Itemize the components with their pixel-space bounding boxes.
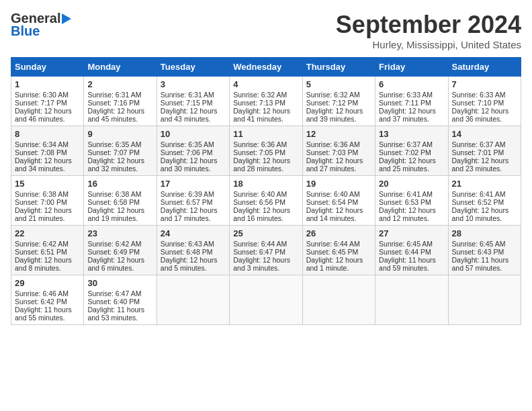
day-number: 13 (379, 129, 444, 139)
calendar-week-1: 1Sunrise: 6:30 AMSunset: 7:17 PMDaylight… (11, 77, 521, 126)
calendar-week-3: 15Sunrise: 6:38 AMSunset: 7:00 PMDayligh… (11, 176, 521, 226)
day-number: 25 (233, 228, 298, 238)
day-number: 17 (161, 179, 226, 189)
day-number: 5 (306, 79, 371, 89)
day-info: Sunrise: 6:31 AM (87, 91, 152, 99)
day-info: Sunset: 7:06 PM (161, 148, 226, 156)
calendar-cell: 4Sunrise: 6:32 AMSunset: 7:13 PMDaylight… (230, 77, 302, 126)
day-info: Daylight: 12 hours and 25 minutes. (379, 156, 444, 173)
day-info: Sunset: 6:51 PM (15, 248, 80, 256)
day-info: Daylight: 12 hours and 17 minutes. (161, 206, 226, 222)
day-number: 3 (161, 79, 226, 89)
day-info: Sunrise: 6:39 AM (161, 190, 226, 198)
day-number: 22 (15, 228, 80, 238)
day-number: 29 (15, 278, 80, 288)
calendar-cell (375, 275, 448, 325)
day-info: Sunrise: 6:37 AM (379, 140, 444, 148)
day-info: Sunrise: 6:45 AM (379, 240, 444, 248)
day-info: Sunset: 7:08 PM (15, 148, 80, 156)
calendar-cell: 8Sunrise: 6:34 AMSunset: 7:08 PMDaylight… (11, 126, 84, 176)
calendar-cell (230, 275, 302, 325)
day-number: 18 (233, 179, 298, 189)
day-info: Daylight: 12 hours and 41 minutes. (233, 107, 298, 123)
calendar-cell: 29Sunrise: 6:46 AMSunset: 6:42 PMDayligh… (11, 275, 84, 325)
day-info: Sunrise: 6:45 AM (452, 240, 517, 248)
day-info: Sunset: 7:00 PM (15, 198, 80, 206)
calendar-cell: 17Sunrise: 6:39 AMSunset: 6:57 PMDayligh… (157, 176, 229, 226)
day-info: Sunrise: 6:42 AM (87, 240, 152, 248)
day-info: Daylight: 12 hours and 34 minutes. (15, 156, 80, 173)
calendar-cell (302, 275, 375, 325)
calendar-week-5: 29Sunrise: 6:46 AMSunset: 6:42 PMDayligh… (11, 275, 521, 325)
day-info: Sunrise: 6:41 AM (452, 190, 517, 198)
day-number: 9 (87, 129, 152, 139)
day-info: Daylight: 11 hours and 53 minutes. (87, 306, 152, 322)
calendar-week-4: 22Sunrise: 6:42 AMSunset: 6:51 PMDayligh… (11, 226, 521, 275)
day-number: 28 (452, 228, 517, 238)
day-info: Daylight: 12 hours and 19 minutes. (87, 206, 152, 222)
day-info: Sunset: 6:42 PM (15, 298, 80, 306)
logo: General Blue (11, 11, 71, 39)
day-number: 20 (379, 179, 444, 189)
day-number: 14 (452, 129, 517, 139)
day-number: 1 (15, 79, 80, 89)
day-number: 8 (15, 129, 80, 139)
calendar-cell: 30Sunrise: 6:47 AMSunset: 6:40 PMDayligh… (84, 275, 157, 325)
day-info: Sunrise: 6:44 AM (306, 240, 371, 248)
day-info: Daylight: 12 hours and 30 minutes. (161, 156, 226, 173)
day-info: Sunset: 7:15 PM (161, 99, 226, 107)
day-info: Sunset: 7:01 PM (452, 148, 517, 156)
day-number: 15 (15, 179, 80, 189)
day-info: Sunset: 6:57 PM (161, 198, 226, 206)
day-info: Sunrise: 6:34 AM (15, 140, 80, 148)
title-area: September 2024 Hurley, Mississippi, Unit… (336, 11, 521, 50)
calendar-cell: 19Sunrise: 6:40 AMSunset: 6:54 PMDayligh… (302, 176, 375, 226)
day-number: 12 (306, 129, 371, 139)
day-info: Daylight: 12 hours and 16 minutes. (233, 206, 298, 222)
day-info: Sunrise: 6:43 AM (161, 240, 226, 248)
day-info: Sunset: 6:49 PM (87, 248, 152, 256)
day-info: Daylight: 12 hours and 45 minutes. (87, 107, 152, 123)
day-number: 4 (233, 79, 298, 89)
calendar-cell: 25Sunrise: 6:44 AMSunset: 6:47 PMDayligh… (230, 226, 302, 275)
calendar-week-2: 8Sunrise: 6:34 AMSunset: 7:08 PMDaylight… (11, 126, 521, 176)
day-info: Sunset: 7:11 PM (379, 99, 444, 107)
calendar-table: SundayMondayTuesdayWednesdayThursdayFrid… (11, 57, 521, 325)
day-info: Daylight: 12 hours and 27 minutes. (306, 156, 371, 173)
day-info: Sunset: 6:54 PM (306, 198, 371, 206)
column-header-saturday: Saturday (448, 58, 521, 77)
calendar-cell: 16Sunrise: 6:38 AMSunset: 6:58 PMDayligh… (84, 176, 157, 226)
calendar-cell: 28Sunrise: 6:45 AMSunset: 6:43 PMDayligh… (448, 226, 521, 275)
day-info: Sunset: 6:53 PM (379, 198, 444, 206)
day-info: Sunrise: 6:46 AM (15, 289, 80, 298)
day-info: Sunset: 6:44 PM (379, 248, 444, 256)
day-info: Daylight: 11 hours and 55 minutes. (15, 306, 80, 322)
day-info: Sunrise: 6:30 AM (15, 91, 80, 99)
day-info: Sunset: 7:12 PM (306, 99, 371, 107)
day-info: Daylight: 12 hours and 43 minutes. (161, 107, 226, 123)
day-info: Daylight: 12 hours and 1 minute. (306, 256, 371, 272)
day-info: Daylight: 12 hours and 32 minutes. (87, 156, 152, 173)
day-info: Sunrise: 6:35 AM (87, 140, 152, 148)
day-number: 26 (306, 228, 371, 238)
day-info: Sunrise: 6:40 AM (306, 190, 371, 198)
day-info: Sunset: 7:13 PM (233, 99, 298, 107)
calendar-cell: 15Sunrise: 6:38 AMSunset: 7:00 PMDayligh… (11, 176, 84, 226)
day-info: Sunrise: 6:33 AM (452, 91, 517, 99)
day-info: Daylight: 12 hours and 21 minutes. (15, 206, 80, 222)
day-number: 7 (452, 79, 517, 89)
day-info: Sunrise: 6:40 AM (233, 190, 298, 198)
calendar-cell: 23Sunrise: 6:42 AMSunset: 6:49 PMDayligh… (84, 226, 157, 275)
month-title: September 2024 (336, 11, 521, 39)
day-info: Sunset: 6:40 PM (87, 298, 152, 306)
column-header-monday: Monday (84, 58, 157, 77)
day-info: Sunrise: 6:42 AM (15, 240, 80, 248)
calendar-cell: 5Sunrise: 6:32 AMSunset: 7:12 PMDaylight… (302, 77, 375, 126)
calendar-cell (157, 275, 229, 325)
logo-blue: Blue (11, 24, 40, 39)
day-info: Sunrise: 6:37 AM (452, 140, 517, 148)
day-info: Daylight: 12 hours and 39 minutes. (306, 107, 371, 123)
calendar-cell: 27Sunrise: 6:45 AMSunset: 6:44 PMDayligh… (375, 226, 448, 275)
logo-arrow-icon (62, 13, 71, 24)
day-info: Sunrise: 6:47 AM (87, 289, 152, 298)
